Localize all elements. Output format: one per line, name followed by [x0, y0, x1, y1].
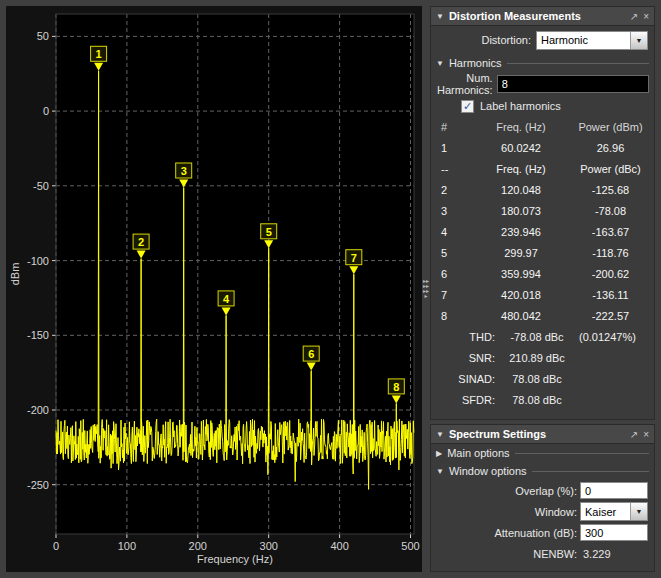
cell-number: 1 [431, 142, 471, 154]
cell-number: 4 [431, 226, 471, 238]
y-axis-label: dBm [9, 263, 21, 286]
harmonics-group-header[interactable]: ▼ Harmonics [431, 54, 654, 72]
x-axis-label: Frequency (Hz) [197, 553, 273, 565]
cell-power: -78.08 [571, 205, 654, 217]
overlap-input[interactable] [580, 482, 648, 499]
harmonics-group-label: Harmonics [449, 57, 502, 69]
y-tick-label: -250 [27, 479, 49, 491]
y-tick-label: -50 [33, 180, 49, 192]
snr-label: SNR: [431, 352, 495, 364]
cell-number: 3 [431, 205, 471, 217]
distortion-panel-header[interactable]: ▼ Distortion Measurements ↗ × [431, 7, 654, 26]
table-row: 2 120.048 -125.68 [431, 179, 654, 200]
sinad-value: 78.08 dBc [495, 373, 579, 385]
cell-freq: 239.946 [471, 226, 571, 238]
cell-power: -222.57 [571, 310, 654, 322]
table-row: 7 420.018 -136.11 [431, 284, 654, 305]
thd-percent: (0.01247%) [579, 331, 654, 343]
collapse-icon[interactable]: ▼ [436, 59, 444, 68]
table-row: 4 239.946 -163.67 [431, 221, 654, 242]
close-icon[interactable]: × [643, 11, 649, 22]
spectrum-settings-panel: ▼ Spectrum Settings ↗ × ▶ Main options ▼… [430, 424, 655, 572]
splitter-collapse-icon[interactable]: ▸▸▸▸▸▸▸ [423, 279, 430, 299]
distortion-type-label: Distortion: [437, 34, 531, 46]
spectrum-analyzer-window: { "colors": { "window_bg": "#3f3f3f", "f… [0, 0, 661, 578]
cell-freq: Freq. (Hz) [471, 163, 571, 175]
distortion-type-dropdown[interactable]: Harmonic ▼ [536, 31, 648, 50]
close-icon[interactable]: × [643, 429, 649, 440]
panel-splitter[interactable]: ▸▸▸▸▸▸▸ [422, 6, 430, 572]
y-tick-label: 0 [43, 105, 49, 117]
harmonic-label: 8 [393, 381, 399, 393]
cell-freq: 359.994 [471, 268, 571, 280]
cell-freq: 60.0242 [471, 142, 571, 154]
thd-value: -78.08 dBc [495, 331, 579, 343]
cell-freq: 180.073 [471, 205, 571, 217]
cell-power: -125.68 [571, 184, 654, 196]
distortion-panel-title: Distortion Measurements [449, 10, 625, 22]
snr-row: SNR: 210.89 dBc [431, 347, 654, 368]
main-options-label: Main options [447, 447, 509, 459]
cell-power: -163.67 [571, 226, 654, 238]
y-tick-label: -200 [27, 404, 49, 416]
sinad-row: SINAD: 78.08 dBc [431, 368, 654, 389]
cell-power: -200.62 [571, 268, 654, 280]
x-tick-label: 100 [118, 540, 136, 552]
expand-icon[interactable]: ▶ [436, 449, 442, 458]
harmonic-label: 6 [308, 348, 314, 360]
window-options-label: Window options [449, 465, 527, 477]
dropdown-arrow-icon[interactable]: ▼ [630, 503, 647, 520]
nenbw-label: NENBW: [431, 548, 577, 560]
collapse-icon[interactable]: ▼ [436, 430, 444, 439]
window-label: Window: [431, 506, 577, 518]
nenbw-row: NENBW: 3.229 [431, 543, 654, 564]
undock-icon[interactable]: ↗ [630, 11, 638, 22]
window-dropdown[interactable]: Kaiser ▼ [580, 502, 648, 521]
cell-freq: 480.042 [471, 310, 571, 322]
num-harmonics-label: Num. Harmonics: [437, 72, 493, 96]
settings-panel-header[interactable]: ▼ Spectrum Settings ↗ × [431, 425, 654, 444]
window-options-group-header[interactable]: ▼ Window options [431, 462, 654, 480]
snr-value: 210.89 dBc [495, 352, 579, 364]
sfdr-label: SFDR: [431, 394, 495, 406]
cell-power: 26.96 [571, 142, 654, 154]
table-row: 3 180.073 -78.08 [431, 200, 654, 221]
nenbw-value: 3.229 [580, 548, 648, 560]
cell-number: 2 [431, 184, 471, 196]
num-harmonics-input[interactable] [497, 75, 649, 93]
cell-number: 6 [431, 268, 471, 280]
collapse-icon[interactable]: ▼ [436, 467, 444, 476]
x-tick-label: 0 [53, 540, 59, 552]
collapse-icon[interactable]: ▼ [436, 12, 444, 21]
attenuation-input[interactable] [580, 524, 648, 541]
harmonic-label: 5 [266, 226, 272, 238]
harmonic-label: 2 [138, 236, 144, 248]
spectrum-chart: 0100200300400500500-50-100-150-200-25012… [6, 6, 422, 572]
x-tick-label: 300 [260, 540, 278, 552]
table-row: 6 359.994 -200.62 [431, 263, 654, 284]
harmonic-label: 7 [351, 252, 357, 264]
main-options-group-header[interactable]: ▶ Main options [431, 444, 654, 462]
x-tick-label: 500 [401, 540, 419, 552]
thd-row: THD: -78.08 dBc (0.01247%) [431, 326, 654, 347]
cell-power: Power (dBc) [571, 163, 654, 175]
cell-number: 5 [431, 247, 471, 259]
sinad-label: SINAD: [431, 373, 495, 385]
label-harmonics-label: Label harmonics [480, 100, 561, 112]
table-row: -- Freq. (Hz) Power (dBc) [431, 158, 654, 179]
col-power-header: Power (dBm) [571, 121, 654, 133]
cell-power: -118.76 [571, 247, 654, 259]
label-harmonics-checkbox[interactable]: ✓ [461, 100, 474, 113]
col-number-header: # [431, 121, 471, 133]
overlap-label: Overlap (%): [431, 485, 577, 497]
attenuation-row: Attenuation (dB): [431, 522, 654, 543]
window-row: Window: Kaiser ▼ [431, 501, 654, 522]
y-tick-label: 50 [37, 30, 49, 42]
col-freq-header: Freq. (Hz) [471, 121, 571, 133]
cell-freq: 120.048 [471, 184, 571, 196]
overlap-row: Overlap (%): [431, 480, 654, 501]
undock-icon[interactable]: ↗ [630, 429, 638, 440]
dropdown-arrow-icon[interactable]: ▼ [630, 32, 647, 49]
distortion-type-row: Distortion: Harmonic ▼ [431, 26, 654, 54]
cell-number: 8 [431, 310, 471, 322]
